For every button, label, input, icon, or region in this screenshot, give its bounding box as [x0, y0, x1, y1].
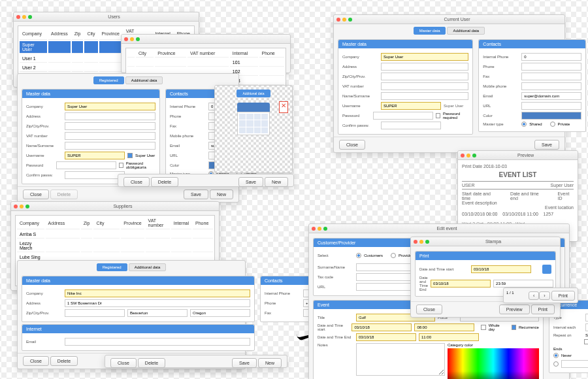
date-start-input[interactable] — [471, 265, 531, 273]
titlebar[interactable]: Users — [14, 12, 199, 22]
footer-bar2: Close DeleteSave New — [105, 355, 287, 368]
pass-oblig-check[interactable] — [119, 163, 123, 168]
customers-radio[interactable] — [356, 253, 361, 258]
delete-button[interactable]: Delete — [50, 190, 78, 199]
preview-button[interactable]: Preview — [499, 305, 530, 314]
zip-input[interactable] — [65, 122, 155, 130]
table-row[interactable]: Lezzy March — [17, 240, 213, 252]
close-button[interactable]: Close — [416, 305, 442, 314]
company-input[interactable] — [65, 103, 155, 110]
confirm-input[interactable] — [65, 171, 125, 179]
providers-radio[interactable] — [391, 253, 396, 258]
new-button[interactable]: New — [210, 190, 233, 199]
tab-registered[interactable]: Registered — [93, 76, 124, 84]
supplier-editor: RegisteredAdditional data Master data Co… — [17, 260, 246, 369]
color-picker[interactable] — [448, 348, 539, 379]
current-user-window: Current User Master dataAdditional data … — [333, 14, 565, 153]
password-input[interactable] — [56, 161, 116, 169]
tab-additional[interactable]: Additional data — [125, 76, 163, 84]
minimize-icon[interactable] — [22, 15, 26, 19]
window-title: Current User — [352, 17, 562, 22]
users-window-bg: CityProvinceVAT numberInternalPhone10110… — [121, 34, 291, 73]
close-button[interactable]: Close — [339, 140, 365, 150]
window-title: Users — [32, 14, 196, 19]
address-input[interactable] — [65, 112, 155, 120]
footer-bar: Close DeleteSave New — [118, 174, 294, 187]
company-input[interactable] — [381, 53, 468, 61]
print-button[interactable]: Print — [531, 305, 555, 314]
panel-master: Master data — [22, 90, 159, 98]
stampa-window: Stampa Print Date and Time start Date an… — [410, 237, 561, 318]
company-input[interactable] — [65, 289, 250, 297]
close-icon[interactable] — [16, 15, 20, 19]
report-title: EVENT LIST — [462, 171, 574, 178]
notes-input[interactable] — [356, 343, 445, 376]
delete-icon[interactable]: ✕ — [279, 101, 288, 113]
minimize-icon[interactable] — [342, 18, 346, 22]
vat-input[interactable] — [65, 132, 155, 140]
type-select[interactable]: Weekly — [585, 314, 588, 321]
close-button[interactable]: Close — [23, 190, 49, 199]
name-input[interactable] — [65, 142, 155, 150]
close-icon[interactable] — [336, 18, 340, 22]
table-row[interactable]: Arriba S — [17, 231, 213, 239]
superuser-check[interactable] — [127, 153, 133, 158]
save-button[interactable]: Save — [534, 140, 559, 150]
save-button[interactable]: Save — [184, 190, 208, 199]
date-end-input[interactable] — [431, 280, 491, 288]
calendar-icon — [237, 103, 270, 135]
calendar-icon[interactable] — [542, 265, 551, 274]
calendar-preview: Additional data ✕ — [214, 85, 293, 173]
print-footer: 1 / 1‹› Print — [503, 288, 578, 303]
username-input[interactable] — [65, 152, 125, 159]
